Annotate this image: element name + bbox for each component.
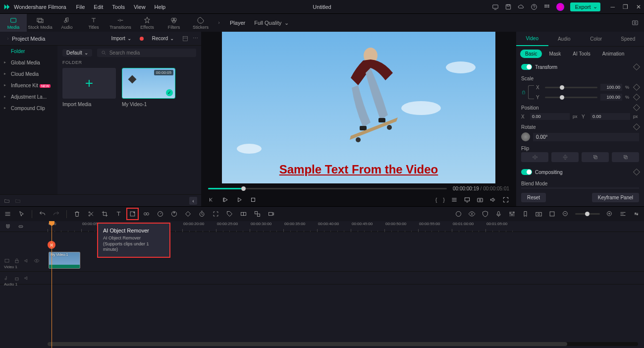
paste-button[interactable]: [612, 152, 639, 162]
more-icon[interactable]: ⋯: [193, 35, 198, 42]
project-media-header[interactable]: Project Media: [6, 36, 45, 42]
sort-dropdown[interactable]: Default ⌄: [62, 49, 92, 57]
quality-dropdown[interactable]: Full Quality⌄: [254, 20, 289, 26]
play-icon[interactable]: [222, 196, 229, 203]
screen-icon[interactable]: [492, 3, 499, 10]
snapshot-tl-icon[interactable]: [535, 210, 542, 218]
chevron-right-icon[interactable]: [217, 21, 221, 25]
player-tab-label[interactable]: Player: [230, 20, 245, 26]
save-icon[interactable]: [505, 3, 512, 10]
menu-tools[interactable]: Tools: [112, 4, 125, 10]
tree-global-media[interactable]: Global Media: [0, 57, 57, 68]
tree-adjustment[interactable]: Adjustment La...: [0, 91, 57, 103]
import-media-tile[interactable]: +: [62, 68, 116, 99]
tab-effects[interactable]: Effects: [134, 14, 161, 32]
tab-stickers[interactable]: Stickers: [187, 14, 214, 32]
flip-h-button[interactable]: [521, 152, 548, 162]
zoom-out-icon[interactable]: [562, 210, 569, 218]
redo-icon[interactable]: [53, 210, 60, 218]
tree-cloud-media[interactable]: Cloud Media: [0, 68, 57, 80]
pos-x-input[interactable]: [530, 113, 570, 120]
marker-icon[interactable]: [522, 210, 529, 218]
panel-layout-icon[interactable]: [182, 35, 189, 42]
menu-view[interactable]: View: [134, 4, 146, 10]
scale-y-input[interactable]: [600, 94, 622, 101]
pos-y-input[interactable]: [590, 113, 630, 120]
duration-icon[interactable]: [198, 210, 206, 218]
tl-tracks-icon[interactable]: [4, 210, 11, 218]
rotate-input[interactable]: [533, 133, 639, 141]
timeline-view-icon[interactable]: [619, 210, 627, 218]
rotate-dial[interactable]: [521, 132, 530, 141]
subtab-animation[interactable]: Animation: [597, 50, 629, 58]
new-folder-icon[interactable]: [4, 198, 10, 204]
subtab-mask[interactable]: Mask: [544, 50, 566, 58]
scale-y-slider[interactable]: [545, 97, 597, 98]
tab-stock-media[interactable]: Stock Media: [27, 14, 54, 32]
position-kf[interactable]: [633, 104, 640, 111]
next-frame-icon[interactable]: [236, 196, 243, 203]
fullscreen-icon[interactable]: [502, 196, 509, 203]
reset-button[interactable]: Reset: [521, 193, 546, 202]
zoom-slider[interactable]: [575, 213, 600, 215]
import-dropdown[interactable]: Import ⌄: [107, 35, 135, 42]
tag-icon[interactable]: [226, 210, 233, 218]
tab-filters[interactable]: Filters: [161, 14, 187, 32]
tab-media[interactable]: Media: [0, 14, 27, 32]
scale-y-kf[interactable]: [633, 94, 640, 101]
stop-icon[interactable]: [250, 196, 257, 203]
lock-audio-icon[interactable]: [14, 275, 20, 281]
user-avatar[interactable]: [556, 3, 564, 11]
tl-link-icon[interactable]: [18, 224, 24, 230]
mixer-icon[interactable]: [508, 210, 516, 218]
list-icon[interactable]: [451, 196, 458, 203]
render-icon[interactable]: [268, 210, 275, 218]
mute-track-icon[interactable]: [24, 258, 30, 264]
subtab-basic[interactable]: Basic: [520, 50, 542, 58]
split-icon[interactable]: [87, 210, 95, 218]
shield-icon[interactable]: [482, 210, 489, 218]
transform-keyframe[interactable]: [633, 63, 640, 70]
tree-influence-kit[interactable]: Influence KitNEW: [0, 80, 57, 91]
cloud-icon[interactable]: [518, 3, 525, 10]
lock-icon[interactable]: [521, 90, 526, 95]
text-icon[interactable]: [115, 210, 122, 218]
insp-tab-speed[interactable]: Speed: [612, 32, 644, 46]
tl-cursor-icon[interactable]: [18, 210, 25, 218]
tab-titles[interactable]: Titles: [80, 14, 107, 32]
preview-viewport[interactable]: Sample Text From the Video: [222, 32, 495, 183]
smart-cut-icon[interactable]: [143, 210, 150, 218]
subtab-aitools[interactable]: AI Tools: [568, 50, 595, 58]
tl-magnet-icon[interactable]: [5, 224, 11, 230]
eye-icon[interactable]: [468, 210, 476, 218]
zoom-in-icon[interactable]: [606, 210, 613, 218]
volume-icon[interactable]: [489, 196, 496, 203]
menu-edit[interactable]: Edit: [94, 4, 103, 10]
timeline-scrollbar[interactable]: [48, 342, 638, 346]
scale-x-input[interactable]: [600, 84, 622, 91]
visible-track-icon[interactable]: [34, 258, 40, 264]
rotate-kf[interactable]: [633, 123, 640, 130]
copy-button[interactable]: [582, 152, 609, 162]
export-button[interactable]: Export: [570, 2, 601, 11]
group-icon[interactable]: [240, 210, 247, 218]
fit-icon[interactable]: [548, 210, 556, 218]
ungroup-icon[interactable]: [254, 210, 261, 218]
ai-green-icon[interactable]: [455, 210, 462, 218]
seek-bar[interactable]: [208, 188, 447, 189]
collapse-panel[interactable]: ‹: [189, 197, 197, 205]
tree-compound[interactable]: Compound Clip: [0, 103, 57, 114]
menu-help[interactable]: Help: [155, 4, 166, 10]
insp-tab-video[interactable]: Video: [516, 32, 548, 46]
search-input[interactable]: [109, 50, 192, 56]
transform-toggle[interactable]: [521, 64, 532, 70]
compositing-toggle[interactable]: [521, 169, 532, 175]
insp-tab-audio[interactable]: Audio: [548, 32, 581, 46]
ai-object-remover-icon[interactable]: [129, 210, 136, 218]
flip-v-button[interactable]: [551, 152, 579, 162]
minimize-button[interactable]: ─: [610, 3, 615, 10]
crop-icon[interactable]: [101, 210, 108, 218]
prev-frame-icon[interactable]: [208, 196, 215, 203]
camera-icon[interactable]: [477, 196, 483, 203]
undo-icon[interactable]: [39, 210, 46, 218]
